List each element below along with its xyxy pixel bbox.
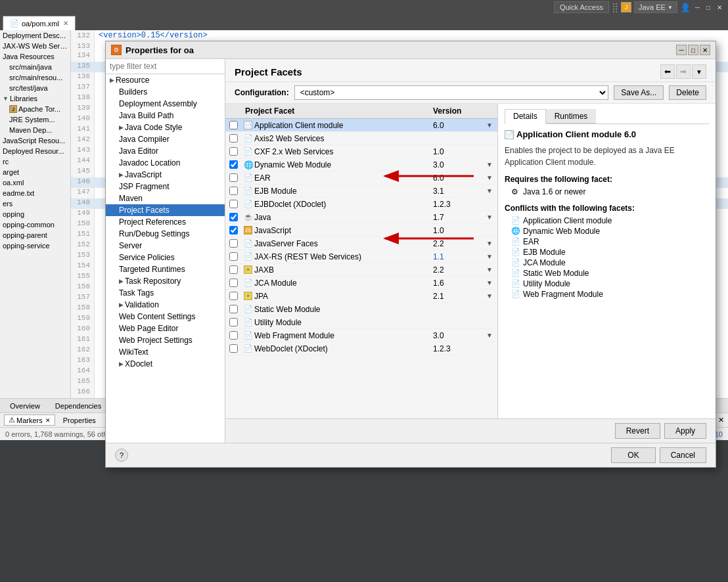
tree-item-deployment-assembly[interactable]: Deployment Assembly [106,98,225,110]
facet-checkbox-java[interactable] [225,213,241,221]
nav-dropdown-icon[interactable]: ▼ [692,64,706,79]
details-tab-runtimes[interactable]: Runtimes [546,109,597,123]
sidebar-item-oa-xml[interactable]: oa.xml [0,177,70,188]
facet-checkbox-ejbdoclet[interactable] [225,200,241,208]
config-select[interactable]: <custom> [294,85,609,100]
sidebar-item-java-resources[interactable]: Java Resources [0,51,70,62]
filter-input[interactable] [106,59,225,74]
tree-item-xdoclet[interactable]: ▶ XDoclet [106,358,225,370]
facet-dropdown-jaxrs[interactable]: ▼ [482,253,497,260]
facet-checkbox-ear[interactable] [225,173,241,182]
tree-item-task-tags[interactable]: Task Tags [106,287,225,299]
facet-dropdown-dynamic-web[interactable]: ▼ [482,161,497,168]
facet-checkbox-jaxrs[interactable] [225,252,241,261]
facet-checkbox-jpa[interactable] [225,292,241,300]
sidebar-item-maven[interactable]: Maven Dep... [0,125,70,135]
sidebar-item-opping[interactable]: opping [0,209,70,219]
save-as-button[interactable]: Save As... [614,85,664,100]
sidebar-item-jre[interactable]: JRE System... [0,114,70,125]
tree-item-project-references[interactable]: Project References [106,216,225,228]
tree-item-java-editor[interactable]: Java Editor [106,145,225,157]
facet-checkbox-jaxb[interactable] [225,265,241,274]
sidebar-item-deployment[interactable]: Deployment Desc... [0,30,70,41]
markers-tab[interactable]: ⚠ Markers ✕ [4,414,55,426]
facet-checkbox-jsf[interactable] [225,239,241,248]
tree-item-builders[interactable]: Builders [106,86,225,98]
tree-item-service-policies[interactable]: Service Policies [106,252,225,263]
sidebar-item-src-main-res[interactable]: src/main/resou... [0,72,70,83]
tree-item-java-build-path[interactable]: Java Build Path [106,110,225,122]
tree-item-maven[interactable]: Maven [106,192,225,204]
details-tab-details[interactable]: Details [505,109,546,124]
sidebar-item-opping-common[interactable]: opping-common [0,219,70,230]
sidebar-item-arget[interactable]: arget [0,167,70,177]
sidebar-item-apache-tor[interactable]: J Apache Tor... [0,104,70,114]
sidebar-item-jaxws[interactable]: JAX-WS Web Serv... [0,41,70,51]
sidebar-item-libraries[interactable]: ▼Libraries [0,93,70,104]
facet-checkbox-app-client[interactable] [225,121,241,129]
tab-overview[interactable]: Overview [3,399,47,413]
sidebar-item-opping-service[interactable]: opping-service [0,240,70,251]
markers-close-icon[interactable]: ✕ [45,417,51,424]
close-panel-icon[interactable]: ✕ [718,416,724,424]
tree-item-validation[interactable]: ▶ Validation [106,299,225,311]
tree-item-web-project[interactable]: Web Project Settings [106,334,225,346]
dialog-min-btn[interactable]: ─ [676,45,687,55]
tree-item-task-repository[interactable]: ▶ Task Repository [106,275,225,287]
facet-checkbox-axis2[interactable] [225,134,241,143]
facet-checkbox-dynamic-web[interactable] [225,160,241,169]
window-min-btn[interactable]: ─ [693,4,702,11]
tree-item-web-page[interactable]: Web Page Editor [106,323,225,334]
quick-access-field[interactable]: Quick Access [554,1,609,13]
sidebar-item-rc[interactable]: rc [0,156,70,167]
tree-item-jsp[interactable]: JSP Fragment [106,181,225,192]
sidebar-item-readme[interactable]: eadme.txt [0,188,70,198]
facet-dropdown-jsf[interactable]: ▼ [482,240,497,247]
tree-item-wikitext[interactable]: WikiText [106,346,225,358]
dialog-close-btn[interactable]: ✕ [700,45,710,55]
tree-item-targeted-runtimes[interactable]: Targeted Runtimes [106,263,225,275]
sidebar-item-src-test[interactable]: src/test/java [0,83,70,93]
facet-dropdown-web-fragment[interactable]: ▼ [482,332,497,339]
apply-button[interactable]: Apply [664,423,706,439]
facet-checkbox-cxf[interactable] [225,147,241,156]
sidebar-item-js-resources[interactable]: JavaScript Resou... [0,135,70,146]
facet-checkbox-utility[interactable] [225,318,241,326]
facet-dropdown-jaxb[interactable]: ▼ [482,266,497,273]
window-restore-btn[interactable]: □ [704,4,712,11]
tree-item-java-code-style[interactable]: ▶ Java Code Style [106,122,225,133]
java-ee-btn[interactable]: Java EE ▼ [634,1,677,13]
sidebar-item-ers[interactable]: ers [0,198,70,209]
sidebar-item-opping-parent[interactable]: opping-parent [0,230,70,240]
facet-dropdown-java[interactable]: ▼ [482,213,497,221]
tab-close-icon[interactable]: ✕ [63,20,68,27]
properties-tab[interactable]: Properties [59,416,100,425]
facet-dropdown-ejb[interactable]: ▼ [482,187,497,194]
facet-checkbox-static-web[interactable] [225,305,241,313]
tree-item-java-compiler[interactable]: Java Compiler [106,133,225,145]
facet-checkbox-javascript[interactable] [225,226,241,235]
nav-back-icon[interactable]: ⬅ [660,64,675,79]
tree-item-server[interactable]: Server [106,240,225,252]
facet-checkbox-jca[interactable] [225,279,241,287]
delete-button[interactable]: Delete [669,85,706,100]
tree-item-javadoc[interactable]: Javadoc Location [106,157,225,169]
tree-item-javascript[interactable]: ▶ JavaScript [106,169,225,181]
tree-item-web-content[interactable]: Web Content Settings [106,311,225,323]
tree-item-project-facets[interactable]: Project Facets [106,204,225,216]
facet-dropdown-jpa[interactable]: ▼ [482,292,497,300]
tab-pom-xml[interactable]: 📄 oa/pom.xml ✕ [3,16,76,30]
nav-forward-icon[interactable]: ➡ [676,64,691,79]
tree-item-run-debug[interactable]: Run/Debug Settings [106,228,225,240]
facet-checkbox-web-fragment[interactable] [225,331,241,340]
tree-item-resource[interactable]: ▶ Resource [106,74,225,86]
sidebar-item-src-main-java[interactable]: src/main/java [0,62,70,72]
facet-dropdown-app-client[interactable]: ▼ [482,122,497,129]
revert-button[interactable]: Revert [615,423,660,439]
tab-dependencies[interactable]: Dependencies [48,399,108,413]
facet-checkbox-webdoclet[interactable] [225,344,241,353]
window-close-btn[interactable]: ✕ [715,4,724,11]
dialog-max-btn[interactable]: □ [688,45,698,55]
facet-checkbox-ejb[interactable] [225,187,241,195]
facet-dropdown-jca[interactable]: ▼ [482,279,497,286]
